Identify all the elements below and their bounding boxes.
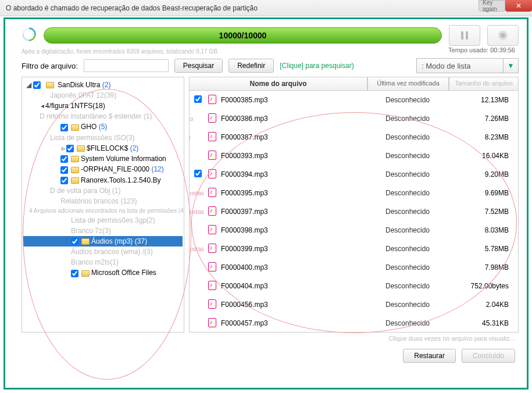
file-size: 7.26MB	[448, 115, 518, 123]
tree-item[interactable]: Microsoft Office Files	[23, 267, 183, 278]
search-button[interactable]: Pesquisar	[174, 59, 223, 73]
tree-item[interactable]: Lista de permissões 3gp(2)	[23, 215, 183, 226]
overlay-label: Hui Xiang	[189, 134, 190, 141]
close-icon[interactable]: ✕	[505, 0, 532, 12]
folder-tree[interactable]: ◢ SanDisk Ultra (2) Japonês 0FAT 12(39)◂…	[22, 77, 184, 333]
file-modified: Desconhecido	[367, 208, 448, 216]
file-size: 752.00bytes	[448, 282, 518, 290]
tree-item[interactable]: Branco 7z(3)	[23, 226, 183, 236]
tree-item[interactable]: D retorno instantâneo $ estender (1)	[23, 111, 183, 122]
file-size: 2.04KB	[448, 301, 518, 309]
pause-button[interactable]	[449, 25, 480, 46]
tree-item[interactable]: ▹$FILELOCK$ (2)	[23, 143, 183, 153]
app-frame: 10000/10000 Após a digitalização, foram …	[3, 17, 529, 390]
audio-file-icon	[208, 169, 216, 178]
file-modified: Desconhecido	[367, 115, 448, 123]
file-checkbox[interactable]	[194, 95, 202, 103]
file-size: 16.04KB	[448, 152, 518, 160]
tree-item[interactable]: GHO (5)	[23, 122, 183, 132]
filter-label: Filtro de arquivo:	[22, 62, 78, 70]
audio-file-icon	[208, 262, 216, 271]
filter-input[interactable]	[84, 59, 169, 72]
done-button[interactable]: Concluído	[462, 349, 515, 363]
file-row[interactable]: Cor das costasF0000399.mp3Desconhecido5.…	[190, 240, 518, 258]
file-row[interactable]: Cor das cF0000457.mp3Desconhecido45.31KB	[190, 314, 518, 333]
file-row[interactable]: VoltarF0000404.mp3Desconhecido752.00byte…	[190, 277, 518, 295]
tree-item[interactable]: Relatórios brancos (123)	[23, 196, 183, 206]
file-checkbox[interactable]	[194, 170, 202, 177]
reset-button[interactable]: Redefinir	[228, 59, 274, 73]
file-name: F0000395.mp3	[219, 189, 367, 197]
tree-item[interactable]: Ranorex.Tools.1.2.540.By	[23, 175, 183, 185]
file-name: F0000385.mp3	[219, 96, 367, 104]
audio-file-icon	[208, 318, 216, 327]
tree-checkbox[interactable]	[71, 238, 78, 245]
tree-checkbox[interactable]	[60, 155, 68, 163]
tree-root[interactable]: ◢ SanDisk Ultra (2)	[23, 80, 183, 90]
file-row[interactable]: Hui XiangF0000387.mp3Desconhecido8.23MB	[190, 128, 518, 147]
svg-point-3	[501, 33, 505, 38]
file-name: F0000393.mp3	[219, 152, 367, 160]
col-size[interactable]: Tamanho do arquivo	[449, 77, 519, 91]
file-row[interactable]: Vol-tarF0000393.mp3Desconhecido16.04KB	[190, 147, 518, 165]
chevron-down-icon[interactable]: ▼	[504, 58, 519, 73]
file-modified: Desconhecido	[367, 170, 448, 178]
folder-icon	[71, 167, 79, 173]
tree-item[interactable]: Japonês 0FAT 12(39)	[23, 90, 183, 101]
audio-file-icon	[208, 113, 216, 123]
search-hint: [Clique] para pesquisar)	[280, 62, 354, 70]
audio-file-icon	[208, 151, 216, 160]
file-row[interactable]: F0000385.mp3Desconhecido12.13MB	[190, 91, 518, 109]
progress-text: 10000/10000	[219, 31, 267, 40]
tree-checkbox[interactable]	[60, 166, 68, 174]
tree-item[interactable]: ◂4/figura 1NTFS(18)	[23, 101, 183, 111]
tree-item[interactable]: Lista de permissões ISO(3)	[23, 133, 183, 143]
file-row[interactable]: F0000394.mp3Desconhecido9.20MB	[190, 165, 518, 184]
titlebar: O abordado é chamado de recuperação de d…	[0, 0, 532, 16]
tree-checkbox[interactable]	[66, 145, 74, 152]
audio-file-icon	[208, 132, 216, 141]
folder-icon	[81, 270, 90, 277]
file-row[interactable]: VoltarF0000400.mp3Desconhecido7.98MB	[190, 258, 518, 277]
audio-file-icon	[208, 188, 216, 197]
tree-item[interactable]: -ORPHAN_FILE-0000 (12)	[23, 164, 183, 174]
file-size: 5.78MB	[448, 245, 518, 253]
col-modified[interactable]: Última vez modificada	[367, 77, 449, 91]
col-filename[interactable]: Nome do arquivo	[189, 77, 367, 91]
preview-hint: Clique duas vezes no arquivo para visual…	[22, 335, 519, 342]
audio-file-icon	[208, 206, 216, 216]
file-row[interactable]: Vol-tarF0000398.mp3Desconhecido8.03MB	[190, 221, 518, 240]
folder-icon	[71, 156, 79, 162]
overlay-label: Cor das c	[189, 320, 190, 327]
tree-checkbox[interactable]	[71, 270, 78, 277]
tree-root-checkbox[interactable]	[33, 81, 41, 89]
tree-item[interactable]: Áudios (mp3) (37)	[23, 236, 183, 246]
overlay-label: Cor das costas	[189, 209, 204, 215]
file-size: 9.69MB	[448, 189, 518, 197]
spinner-icon	[22, 27, 37, 44]
tree-item[interactable]: System Volume Information	[23, 153, 183, 164]
viewmode-select[interactable]: : Modo de lista	[416, 58, 504, 73]
file-list[interactable]: F0000385.mp3Desconhecido12.13MBRecreação…	[189, 91, 519, 333]
tree-item[interactable]: D de volta para Obj (1)	[23, 185, 183, 196]
file-row[interactable]: RecreaçãoF0000386.mp3Desconhecido7.26MB	[190, 109, 518, 128]
file-row[interactable]: Cor das costasF0000397.mp3Desconhecido7.…	[190, 202, 518, 221]
audio-file-icon	[208, 225, 216, 234]
tree-checkbox[interactable]	[60, 177, 68, 184]
tree-checkbox[interactable]	[60, 124, 68, 131]
progress-bar: 10000/10000	[44, 27, 442, 44]
file-row[interactable]: F0000456.mp3Desconhecido2.04KB	[190, 295, 518, 314]
overlay-label: Recreação	[189, 116, 193, 122]
file-name: F0000386.mp3	[219, 115, 367, 123]
file-name: F0000399.mp3	[219, 245, 367, 253]
stop-button[interactable]	[487, 25, 519, 46]
tree-item[interactable]: Branco m2ts(1)	[23, 257, 183, 267]
tree-item[interactable]: 4 Arquivos adicionais encontrados na lis…	[23, 206, 183, 215]
tree-item[interactable]: Áudios brancos (wma) /(3)	[23, 246, 183, 257]
key-button[interactable]: Key again	[479, 0, 505, 12]
audio-file-icon	[208, 95, 216, 104]
file-row[interactable]: Cor das costasF0000395.mp3Desconhecido9.…	[190, 184, 518, 202]
restore-button[interactable]: Restaurar	[403, 349, 456, 363]
file-size: 8.03MB	[448, 226, 518, 234]
file-modified: Desconhecido	[367, 152, 448, 160]
